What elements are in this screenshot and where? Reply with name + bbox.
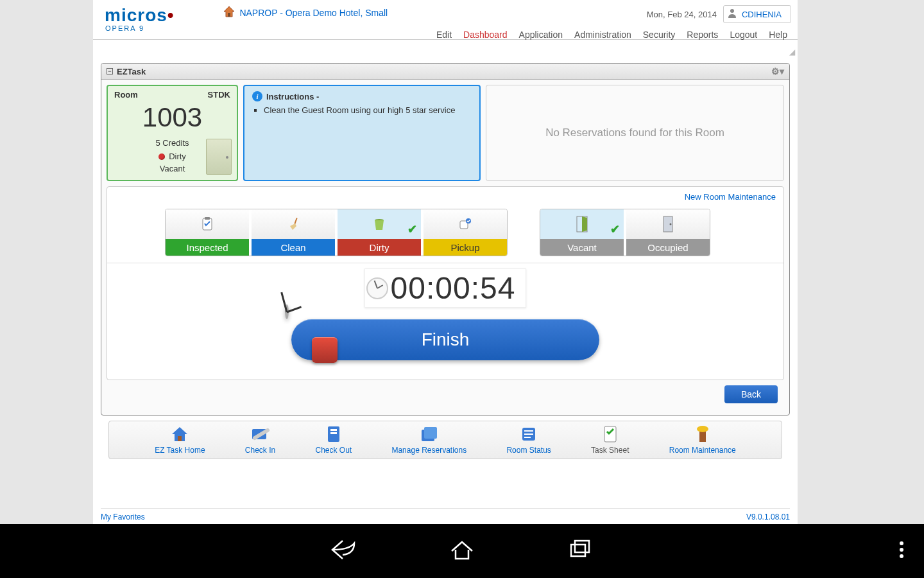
- tool-room-maintenance[interactable]: Room Maintenance: [669, 425, 736, 455]
- checkout-icon: [325, 425, 342, 443]
- room-label: Room: [114, 90, 138, 100]
- clipboard-icon: [200, 217, 214, 231]
- tool-check-out[interactable]: Check Out: [315, 425, 352, 455]
- svg-rect-17: [330, 429, 337, 431]
- my-favorites-link[interactable]: My Favorites: [101, 512, 145, 521]
- tool-check-in[interactable]: Check In: [245, 425, 275, 455]
- nav-edit[interactable]: Edit: [436, 30, 452, 40]
- check-icon: ✔: [610, 222, 620, 236]
- property-link[interactable]: NAPROP - Opera Demo Hotel, Small: [239, 8, 388, 18]
- finish-row: Finish: [107, 319, 783, 360]
- status-dirty-label: Dirty: [338, 239, 421, 256]
- status-dirty[interactable]: ✔ Dirty: [338, 209, 421, 256]
- nav-dashboard[interactable]: Dashboard: [463, 30, 508, 40]
- svg-point-30: [900, 541, 903, 545]
- tool-label: Check Out: [315, 446, 352, 455]
- logo-text: micros•: [105, 6, 175, 24]
- svg-rect-22: [524, 430, 533, 432]
- svg-rect-25: [604, 426, 616, 442]
- dirty-dot-icon: [158, 153, 165, 160]
- tool-room-status[interactable]: Room Status: [506, 425, 551, 455]
- header-right: Mon, Feb 24, 2014 CDIHENIA Edit Dashboar…: [436, 5, 791, 40]
- svg-rect-1: [228, 13, 230, 17]
- android-menu-icon[interactable]: [898, 538, 905, 564]
- footer: My Favorites V9.0.1.08.01: [101, 508, 790, 521]
- tool-ez-task-home[interactable]: EZ Task Home: [155, 425, 205, 455]
- status-bar-row: Inspected Clean ✔ Di: [107, 202, 783, 263]
- timer-box: 00:00:54: [364, 268, 527, 308]
- back-button[interactable]: Back: [724, 385, 778, 403]
- status-section: New Room Maintenance Inspected Clean: [107, 186, 784, 380]
- android-nav-bar: [0, 524, 924, 578]
- instructions-label: Instructions -: [266, 92, 319, 101]
- door-icon: [206, 139, 232, 175]
- tool-label: EZ Task Home: [155, 446, 205, 455]
- user-chip[interactable]: CDIHENIA: [723, 5, 791, 23]
- widget-title: EZTask: [117, 67, 146, 76]
- reservations-icon: [420, 425, 438, 443]
- summary-row: Room STDK 1003 5 Credits Dirty Vacant: [107, 85, 784, 181]
- new-maintenance-link[interactable]: New Room Maintenance: [685, 192, 776, 202]
- nav-reports[interactable]: Reports: [687, 30, 718, 40]
- nav-logout[interactable]: Logout: [730, 30, 757, 40]
- house-icon: [223, 5, 235, 21]
- room-status-icon: [520, 425, 537, 443]
- svg-rect-4: [205, 217, 210, 220]
- collapse-icon[interactable]: −: [107, 68, 113, 74]
- checkin-icon: [251, 425, 270, 443]
- status-vacant[interactable]: ✔ Vacant: [540, 209, 624, 256]
- stopwatch-icon: [285, 306, 289, 318]
- android-home-icon[interactable]: [448, 538, 476, 564]
- check-icon: ✔: [407, 222, 417, 236]
- tool-label: Room Maintenance: [669, 446, 736, 455]
- nav-help[interactable]: Help: [769, 30, 787, 40]
- user-icon: [728, 8, 737, 21]
- tool-manage-reservations[interactable]: Manage Reservations: [391, 425, 466, 455]
- svg-point-27: [697, 426, 708, 432]
- svg-rect-23: [524, 434, 533, 435]
- svg-point-32: [900, 554, 903, 558]
- timer-value: 00:00:54: [391, 270, 516, 306]
- reservations-empty: No Reservations found for this Room: [545, 127, 724, 139]
- svg-rect-20: [424, 427, 437, 439]
- resize-grip-icon[interactable]: ◢: [789, 48, 795, 57]
- status-occupied-label: Occupied: [626, 239, 710, 256]
- task-sheet-icon: [603, 425, 618, 443]
- main-nav: Edit Dashboard Application Administratio…: [436, 30, 787, 40]
- svg-point-12: [670, 223, 672, 225]
- logo: micros• OPERA 9: [99, 0, 175, 32]
- occ-status-group: ✔ Vacant Occupied: [540, 209, 710, 256]
- nav-application[interactable]: Application: [519, 30, 563, 40]
- tool-task-sheet[interactable]: Task Sheet: [591, 425, 629, 455]
- svg-point-2: [730, 9, 734, 13]
- status-pickup-label: Pickup: [424, 239, 507, 256]
- tool-label: Room Status: [506, 446, 551, 455]
- status-clean[interactable]: Clean: [252, 209, 335, 256]
- tool-label: Manage Reservations: [391, 446, 466, 455]
- finish-button[interactable]: Finish: [291, 319, 599, 360]
- bottom-toolbar: EZ Task Home Check In Check Out Manage R…: [108, 421, 782, 459]
- status-occupied[interactable]: Occupied: [626, 209, 710, 256]
- android-back-icon[interactable]: [330, 538, 358, 564]
- widget-titlebar[interactable]: − EZTask ⚙▾: [101, 64, 789, 80]
- status-pickup[interactable]: Pickup: [424, 209, 507, 256]
- tool-label: Task Sheet: [591, 446, 629, 455]
- top-header: micros• OPERA 9 NAPROP - Opera Demo Hote…: [93, 0, 798, 40]
- version-text: V9.0.1.08.01: [746, 512, 790, 521]
- date-text: Mon, Feb 24, 2014: [647, 10, 717, 19]
- nav-administration[interactable]: Administration: [574, 30, 631, 40]
- door-closed-icon: [662, 216, 674, 232]
- svg-rect-24: [524, 437, 531, 438]
- tool-label: Check In: [245, 446, 275, 455]
- svg-rect-28: [571, 545, 585, 556]
- nav-security[interactable]: Security: [643, 30, 676, 40]
- android-recents-icon[interactable]: [566, 538, 594, 564]
- status-inspected[interactable]: Inspected: [166, 209, 249, 256]
- logo-subtext: OPERA 9: [105, 24, 175, 32]
- info-icon: i: [252, 91, 262, 101]
- broom-icon: [286, 217, 300, 231]
- svg-rect-5: [294, 218, 297, 224]
- svg-rect-18: [330, 432, 337, 434]
- gear-icon[interactable]: ⚙▾: [771, 66, 784, 76]
- user-name: CDIHENIA: [742, 10, 782, 19]
